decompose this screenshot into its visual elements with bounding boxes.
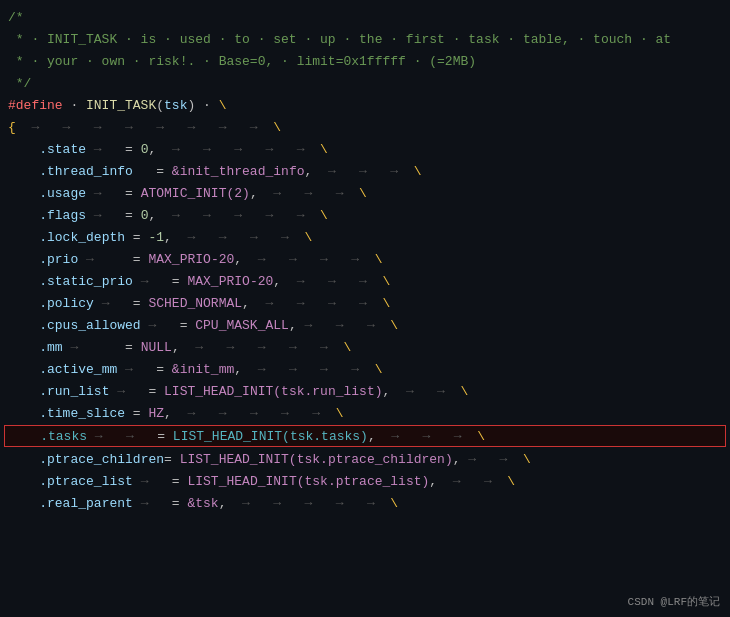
line-7: .state → = 0 , → → → → → \ bbox=[0, 138, 730, 160]
line-8: .thread_info = &init_thread_info , → → →… bbox=[0, 160, 730, 182]
line-23: .real_parent → = &tsk , → → → → → \ bbox=[0, 492, 730, 514]
comment-2: * · INIT_TASK · is · used · to · set · u… bbox=[8, 32, 671, 47]
open-brace: { bbox=[8, 120, 16, 135]
val-mm: NULL bbox=[141, 340, 172, 355]
line-4: */ bbox=[0, 72, 730, 94]
line-17: .active_mm → = &init_mm , → → → → \ bbox=[0, 358, 730, 380]
code-container: /* * · INIT_TASK · is · used · to · set … bbox=[0, 0, 730, 617]
line-22: .ptrace_list → = LIST_HEAD_INIT(tsk.ptra… bbox=[0, 470, 730, 492]
line-19: .time_slice = HZ , → → → → → \ bbox=[0, 402, 730, 424]
val-state: 0 bbox=[141, 142, 149, 157]
line-12: .prio → = MAX_PRIO-20 , → → → → \ bbox=[0, 248, 730, 270]
field-prio: .prio bbox=[39, 252, 78, 267]
val-tasks: LIST_HEAD_INIT(tsk.tasks) bbox=[173, 429, 368, 444]
line-1: /* bbox=[0, 6, 730, 28]
val-lock-depth: -1 bbox=[148, 230, 164, 245]
line-9: .usage → = ATOMIC_INIT(2) , → → → \ bbox=[0, 182, 730, 204]
keyword-define: #define bbox=[8, 98, 63, 113]
field-cpus-allowed: .cpus_allowed bbox=[39, 318, 140, 333]
val-time-slice: HZ bbox=[148, 406, 164, 421]
field-run-list: .run_list bbox=[39, 384, 109, 399]
val-ptrace-children: LIST_HEAD_INIT(tsk.ptrace_children) bbox=[180, 452, 453, 467]
line-15: .cpus_allowed → = CPU_MASK_ALL , → → → \ bbox=[0, 314, 730, 336]
line-13: .static_prio → = MAX_PRIO-20 , → → → \ bbox=[0, 270, 730, 292]
line-18: .run_list → = LIST_HEAD_INIT(tsk.run_lis… bbox=[0, 380, 730, 402]
line-2: * · INIT_TASK · is · used · to · set · u… bbox=[0, 28, 730, 50]
line-6: { → → → → → → → → \ bbox=[0, 116, 730, 138]
line-21: .ptrace_children = LIST_HEAD_INIT(tsk.pt… bbox=[0, 448, 730, 470]
val-flags: 0 bbox=[141, 208, 149, 223]
comment-4: */ bbox=[8, 76, 31, 91]
field-usage: .usage bbox=[39, 186, 86, 201]
field-ptrace-list: .ptrace_list bbox=[39, 474, 133, 489]
line-16: .mm → = NULL , → → → → → \ bbox=[0, 336, 730, 358]
field-lock-depth: .lock_depth bbox=[39, 230, 125, 245]
field-ptrace-children: .ptrace_children bbox=[39, 452, 164, 467]
macro-param: tsk bbox=[164, 98, 187, 113]
val-real-parent: &tsk bbox=[187, 496, 218, 511]
field-mm: .mm bbox=[39, 340, 62, 355]
field-time-slice: .time_slice bbox=[39, 406, 125, 421]
line-10: .flags → = 0 , → → → → → \ bbox=[0, 204, 730, 226]
val-prio: MAX_PRIO-20 bbox=[148, 252, 234, 267]
val-run-list: LIST_HEAD_INIT(tsk.run_list) bbox=[164, 384, 382, 399]
field-static-prio: .static_prio bbox=[39, 274, 133, 289]
field-policy: .policy bbox=[39, 296, 94, 311]
field-tasks: .tasks bbox=[40, 429, 87, 444]
val-cpus-allowed: CPU_MASK_ALL bbox=[195, 318, 289, 333]
val-ptrace-list: LIST_HEAD_INIT(tsk.ptrace_list) bbox=[187, 474, 429, 489]
val-usage: ATOMIC_INIT(2) bbox=[141, 186, 250, 201]
comment-1: /* bbox=[8, 10, 24, 25]
macro-name: INIT_TASK bbox=[86, 98, 156, 113]
field-thread-info: .thread_info bbox=[39, 164, 133, 179]
field-real-parent: .real_parent bbox=[39, 496, 133, 511]
field-state: .state bbox=[39, 142, 86, 157]
val-static-prio: MAX_PRIO-20 bbox=[187, 274, 273, 289]
val-policy: SCHED_NORMAL bbox=[148, 296, 242, 311]
line-3: * · your · own · risk!. · Base=0, · limi… bbox=[0, 50, 730, 72]
watermark: CSDN @LRF的笔记 bbox=[628, 594, 720, 609]
line-20-highlighted: .tasks → → = LIST_HEAD_INIT(tsk.tasks) ,… bbox=[4, 425, 726, 447]
line-14: .policy → = SCHED_NORMAL , → → → → \ bbox=[0, 292, 730, 314]
field-active-mm: .active_mm bbox=[39, 362, 117, 377]
line-5: #define · INIT_TASK ( tsk ) · \ bbox=[0, 94, 730, 116]
field-flags: .flags bbox=[39, 208, 86, 223]
val-active-mm: &init_mm bbox=[172, 362, 234, 377]
comment-3: * · your · own · risk!. · Base=0, · limi… bbox=[8, 54, 476, 69]
line-11: .lock_depth = -1 , → → → → \ bbox=[0, 226, 730, 248]
val-thread-info: &init_thread_info bbox=[172, 164, 305, 179]
